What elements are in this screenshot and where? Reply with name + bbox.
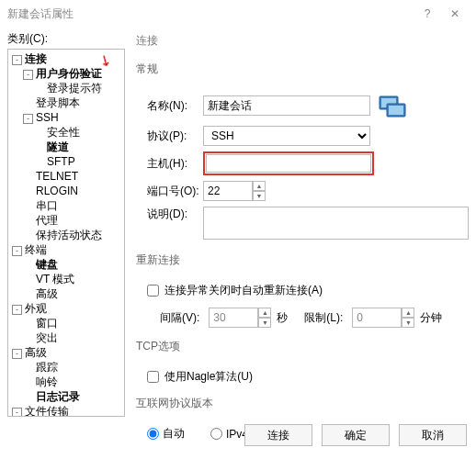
tree-node-label: VT 模式	[35, 273, 75, 285]
tree-node-label: 用户身份验证	[35, 67, 103, 80]
tree-node-label: 串口	[35, 199, 59, 212]
port-down[interactable]: ▼	[253, 191, 266, 201]
limit-label: 限制(L):	[304, 310, 343, 326]
desc-label: 说明(D):	[134, 207, 203, 222]
tree-node-label: 连接	[24, 52, 48, 65]
tree-node-label: 隧道	[46, 140, 70, 153]
cancel-button[interactable]: 取消	[399, 424, 467, 446]
limit-down[interactable]: ▼	[402, 318, 414, 328]
host-label: 主机(H):	[134, 156, 203, 172]
connect-button[interactable]: 连接	[244, 424, 312, 446]
tree-node-21[interactable]: 跟踪	[8, 360, 124, 375]
tree-node-label: 登录提示符	[46, 82, 103, 95]
tree-node-label: 代理	[35, 214, 59, 227]
tree-node-6[interactable]: 隧道	[8, 140, 124, 154]
window-title: 新建会话属性	[7, 6, 414, 22]
tree-node-14[interactable]: 键盘	[8, 257, 124, 272]
tree-node-label: 高级	[35, 287, 59, 300]
tree-node-3[interactable]: 登录脚本	[8, 95, 124, 110]
tree-node-label: 登录脚本	[35, 96, 81, 109]
tree-node-10[interactable]: 串口	[8, 198, 124, 213]
nagle-label: 使用Nagle算法(U)	[164, 369, 253, 385]
group-general: 常规	[136, 62, 469, 77]
tree-node-label: 文件传输	[24, 405, 70, 417]
tree-node-label: 安全性	[46, 126, 81, 139]
nagle-checkbox[interactable]	[147, 371, 159, 383]
tree-expand-icon[interactable]: -	[12, 55, 22, 65]
tree-node-label: SFTP	[46, 155, 76, 168]
close-button[interactable]: ✕	[441, 7, 469, 20]
tree-node-9[interactable]: RLOGIN	[8, 184, 124, 198]
tree-node-label: 跟踪	[35, 361, 59, 374]
desc-input[interactable]	[203, 207, 469, 240]
protocol-label: 协议(P):	[134, 129, 203, 144]
category-tree[interactable]: -连接-用户身份验证登录提示符登录脚本-SSH安全性隧道SFTPTELNETRL…	[7, 49, 125, 417]
tree-node-label: 窗口	[35, 317, 59, 330]
tree-node-label: RLOGIN	[35, 185, 79, 197]
port-label: 端口号(O):	[134, 184, 203, 199]
reconnect-checkbox[interactable]	[147, 285, 159, 297]
tree-node-8[interactable]: TELNET	[8, 169, 124, 184]
ok-button[interactable]: 确定	[322, 424, 390, 446]
group-ipver: 互联网协议版本	[136, 396, 469, 411]
reconnect-label: 连接异常关闭时自动重新连接(A)	[164, 283, 323, 298]
name-input[interactable]	[203, 95, 370, 116]
tree-expand-icon[interactable]: -	[23, 114, 33, 124]
port-up[interactable]: ▲	[253, 181, 266, 191]
interval-down[interactable]: ▼	[258, 318, 271, 328]
tree-node-18[interactable]: 窗口	[8, 316, 124, 330]
tree-node-2[interactable]: 登录提示符	[8, 81, 124, 95]
tree-node-12[interactable]: 保持活动状态	[8, 228, 124, 242]
session-icon	[378, 91, 407, 120]
tree-expand-icon[interactable]: -	[23, 70, 33, 80]
interval-input[interactable]	[209, 308, 258, 328]
tree-node-16[interactable]: 高级	[8, 286, 124, 301]
tree-node-13[interactable]: -终端	[8, 242, 124, 257]
tree-node-label: 日志记录	[35, 390, 81, 403]
interval-up[interactable]: ▲	[258, 308, 271, 318]
help-button[interactable]: ?	[414, 7, 441, 20]
category-label: 类别(C):	[7, 31, 125, 47]
tree-node-17[interactable]: -外观	[8, 301, 124, 316]
tree-node-label: 外观	[24, 302, 48, 315]
tree-node-19[interactable]: 突出	[8, 330, 124, 345]
min-label: 分钟	[420, 310, 442, 326]
tree-node-label: TELNET	[35, 170, 79, 183]
tree-expand-icon[interactable]: -	[12, 408, 22, 417]
protocol-select[interactable]: SSH	[203, 126, 370, 146]
tree-node-4[interactable]: -SSH	[8, 110, 124, 125]
tree-node-label: 响铃	[35, 375, 59, 388]
tree-expand-icon[interactable]: -	[12, 349, 22, 359]
limit-up[interactable]: ▲	[402, 308, 414, 318]
sec-label: 秒	[277, 310, 288, 326]
tree-node-24[interactable]: -文件传输	[8, 404, 124, 417]
svg-rect-3	[389, 106, 403, 115]
tree-node-20[interactable]: -高级	[8, 345, 124, 360]
tree-node-15[interactable]: VT 模式	[8, 272, 124, 286]
tree-node-label: 突出	[35, 331, 59, 344]
tree-node-22[interactable]: 响铃	[8, 375, 124, 389]
tree-expand-icon[interactable]: -	[12, 305, 22, 315]
page-title: 连接	[136, 33, 469, 49]
limit-input[interactable]	[352, 308, 402, 328]
interval-label: 间隔(V):	[160, 310, 199, 326]
tree-node-label: 终端	[24, 243, 48, 256]
group-tcp: TCP选项	[136, 339, 469, 354]
name-label: 名称(N):	[134, 98, 203, 114]
tree-node-label: SSH	[35, 111, 60, 124]
tree-node-7[interactable]: SFTP	[8, 154, 124, 169]
port-input[interactable]	[203, 181, 253, 201]
tree-node-label: 键盘	[35, 258, 59, 271]
tree-node-label: 高级	[24, 346, 48, 359]
tree-node-23[interactable]: 日志记录	[8, 389, 124, 404]
tree-expand-icon[interactable]: -	[12, 246, 22, 256]
tree-node-5[interactable]: 安全性	[8, 125, 124, 140]
tree-node-11[interactable]: 代理	[8, 213, 124, 228]
tree-node-label: 保持活动状态	[35, 229, 103, 241]
group-reconnect: 重新连接	[136, 252, 469, 268]
host-input[interactable]	[206, 154, 371, 173]
